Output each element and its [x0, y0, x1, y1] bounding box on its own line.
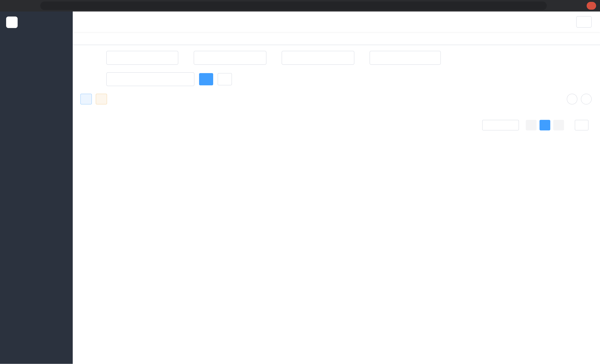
share-icon[interactable]	[552, 2, 559, 9]
page-content	[73, 45, 600, 364]
app-logo-row[interactable]	[0, 11, 73, 33]
add-button[interactable]	[80, 94, 92, 104]
toggle-search-button[interactable]	[567, 94, 578, 104]
table-toolbar-right	[567, 94, 592, 104]
page-size-select[interactable]	[482, 120, 519, 131]
table-toolbar	[80, 94, 592, 104]
sidebar-menu	[0, 33, 73, 364]
create-time-range-picker[interactable]	[106, 72, 194, 86]
browser-update-button[interactable]	[587, 2, 596, 9]
sidebar	[0, 11, 73, 364]
browser-toolbar-right	[552, 2, 596, 9]
tags-view	[73, 32, 600, 45]
phone-input[interactable]	[282, 51, 354, 65]
browser-back-icon[interactable]	[4, 2, 11, 9]
tenant-status-select[interactable]	[370, 51, 441, 65]
browser-home-icon[interactable]	[28, 2, 35, 9]
main-area	[73, 11, 600, 364]
contact-input[interactable]	[194, 51, 266, 65]
avatar[interactable]	[576, 16, 592, 28]
export-button[interactable]	[96, 94, 107, 104]
address-bar[interactable]	[40, 1, 547, 10]
browser-reload-icon[interactable]	[16, 2, 23, 9]
search-button[interactable]	[199, 73, 213, 85]
screen	[0, 0, 600, 364]
top-navbar	[73, 11, 600, 32]
next-page-button[interactable]	[553, 120, 564, 131]
app-logo	[6, 17, 18, 28]
page-number-button[interactable]	[540, 120, 550, 131]
prev-page-button[interactable]	[526, 120, 536, 131]
reset-button[interactable]	[218, 73, 232, 85]
app	[0, 11, 600, 364]
refresh-table-button[interactable]	[581, 94, 592, 104]
goto-page-input[interactable]	[575, 120, 589, 131]
pagination	[80, 120, 592, 131]
browser-toolbar	[0, 0, 600, 11]
tenant-name-input[interactable]	[106, 51, 178, 65]
bookmark-star-icon[interactable]	[564, 2, 571, 9]
navbar-tools	[539, 16, 600, 28]
search-form	[80, 51, 592, 86]
